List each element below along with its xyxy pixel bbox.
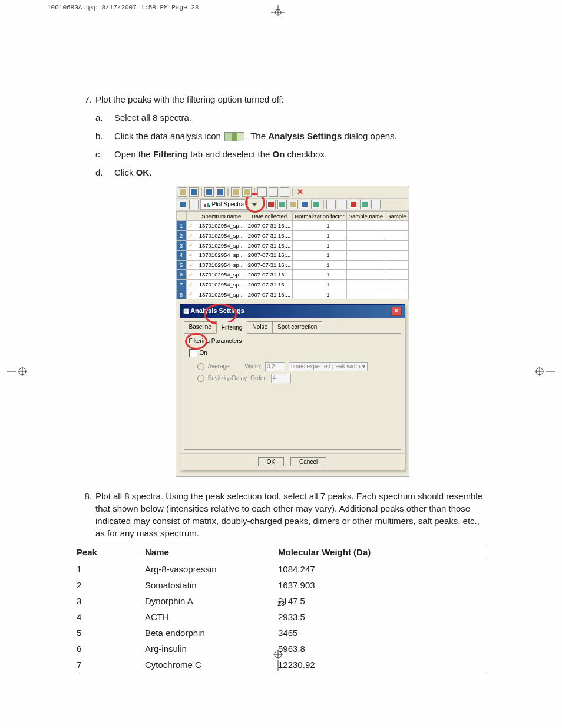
column-header[interactable]: Sample <box>385 212 408 221</box>
order-input[interactable]: 4 <box>271 374 291 383</box>
table-row[interactable]: 51370102954_sp...2007-07-31 16:...1 <box>176 260 408 270</box>
column-header[interactable]: Sample name <box>346 212 385 221</box>
toolbar-icon[interactable] <box>204 187 214 197</box>
toolbar-icon[interactable] <box>189 200 199 209</box>
sub-text: Click OK. <box>111 166 489 179</box>
sub-text: Select all 8 spectra. <box>111 111 489 124</box>
on-checkbox[interactable] <box>189 349 197 357</box>
peak-table: Peak Name Molecular Weight (Da) 1Arg-8-v… <box>77 543 489 673</box>
chevron-down-icon[interactable] <box>252 203 257 206</box>
toolbar-icon[interactable] <box>371 200 381 209</box>
column-header: Peak <box>77 543 145 561</box>
column-header: Name <box>145 543 278 561</box>
table-row[interactable]: 41370102954_sp...2007-07-31 16:...1 <box>176 251 408 261</box>
toolbar-row-1: ✕ <box>176 186 409 199</box>
toolbar-icon[interactable] <box>189 187 199 197</box>
sub-letter: a. <box>95 111 111 124</box>
sub-letter: b. <box>95 130 111 142</box>
column-header[interactable]: Date collected <box>246 212 292 221</box>
column-header[interactable]: Normalization factor <box>293 212 346 221</box>
plot-spectra-dropdown[interactable]: Plot Spectra <box>200 199 248 210</box>
width-unit-select[interactable]: times expected peak width ▾ <box>289 362 368 371</box>
tab-spot-correction[interactable]: Spot correction <box>272 321 322 333</box>
step-text: Plot all 8 spectra. Using the peak selec… <box>95 490 489 539</box>
zoom-icon[interactable] <box>300 200 309 209</box>
step-text: Plot the peaks with the filtering option… <box>95 93 489 106</box>
width-input[interactable]: 0.2 <box>265 362 285 371</box>
tab-filtering[interactable]: Filtering <box>216 322 248 334</box>
toolbar-icon[interactable] <box>242 187 252 197</box>
toolbar-icon[interactable] <box>257 187 267 197</box>
toolbar-icon[interactable] <box>277 200 287 209</box>
on-label: On <box>200 349 207 357</box>
step-number: 7. <box>77 93 95 486</box>
table-row[interactable]: 11370102954_sp...2007-07-31 16:...1 <box>176 221 408 231</box>
table-row[interactable]: 61370102954_sp...2007-07-31 16:...1 <box>176 270 408 280</box>
close-icon[interactable]: × <box>391 307 402 316</box>
app-screenshot: ✕ Plot Spectra <box>176 186 409 477</box>
toolbar-icon[interactable] <box>178 187 187 197</box>
analysis-icon <box>224 132 244 141</box>
tab-noise[interactable]: Noise <box>247 321 273 333</box>
toolbar-icon[interactable] <box>289 200 298 209</box>
table-row: 6Arg-insulin5963.8 <box>77 641 489 657</box>
table-row[interactable]: 21370102954_sp...2007-07-31 16:...1 <box>176 230 408 241</box>
toolbar-icon[interactable] <box>360 200 369 209</box>
toolbar-icon[interactable] <box>269 187 278 197</box>
table-row: 2Somatostatin1637.903 <box>77 577 489 593</box>
crop-mark-right <box>531 360 555 383</box>
print-header: 10010680A.qxp 8/17/2007 1:58 PM Page 23 <box>47 4 199 11</box>
crop-mark-top <box>266 5 290 15</box>
sub-letter: d. <box>95 166 111 179</box>
column-header[interactable]: Spectrum name <box>197 212 246 221</box>
toolbar-icon[interactable] <box>338 200 347 209</box>
sub-text: Click the data analysis icon . The Analy… <box>111 130 489 142</box>
toolbar-icon[interactable] <box>326 200 336 209</box>
toolbar-row-2: Plot Spectra <box>176 199 409 211</box>
step-number: 8. <box>77 490 95 539</box>
crop-mark-left <box>7 360 31 383</box>
sg-radio[interactable] <box>197 375 204 382</box>
param-group-title: Filtering Parameters <box>189 337 396 345</box>
table-row[interactable]: 71370102954_sp...2007-07-31 16:...1 <box>176 279 408 289</box>
table-row: 4ACTH2933.5 <box>77 609 489 625</box>
toolbar-icon[interactable] <box>231 187 240 197</box>
tab-baseline[interactable]: Baseline <box>184 321 217 333</box>
table-row[interactable]: 31370102954_sp...2007-07-31 16:...1 <box>176 241 408 251</box>
dialog-title: ▦ Analysis Settings <box>183 307 244 315</box>
table-row: 5Beta endorphin3465 <box>77 625 489 641</box>
toolbar-icon[interactable] <box>349 200 358 209</box>
page-number: 23 <box>0 600 562 607</box>
cancel-button[interactable]: Cancel <box>290 457 326 466</box>
analysis-settings-dialog: ▦ Analysis Settings × Baseline Filtering… <box>180 304 405 470</box>
sub-text: Open the Filtering tab and deselect the … <box>111 148 489 160</box>
close-icon[interactable]: ✕ <box>295 187 305 197</box>
spectra-table: Spectrum name Date collected Normalizati… <box>176 211 409 299</box>
toolbar-icon[interactable] <box>311 200 320 209</box>
toolbar-icon[interactable] <box>266 200 276 209</box>
table-row: 7Cytochrome C12230.92 <box>77 657 489 673</box>
toolbar-icon[interactable] <box>178 200 187 209</box>
column-header: Molecular Weight (Da) <box>278 543 489 561</box>
toolbar-icon[interactable] <box>280 187 289 197</box>
toolbar-icon[interactable] <box>216 187 225 197</box>
sub-letter: c. <box>95 148 111 160</box>
table-row: 1Arg-8-vasopressin1084.247 <box>77 561 489 578</box>
ok-button[interactable]: OK <box>258 457 284 466</box>
average-radio[interactable] <box>197 363 204 370</box>
table-row[interactable]: 81370102954_sp...2007-07-31 16:...1 <box>176 289 408 299</box>
